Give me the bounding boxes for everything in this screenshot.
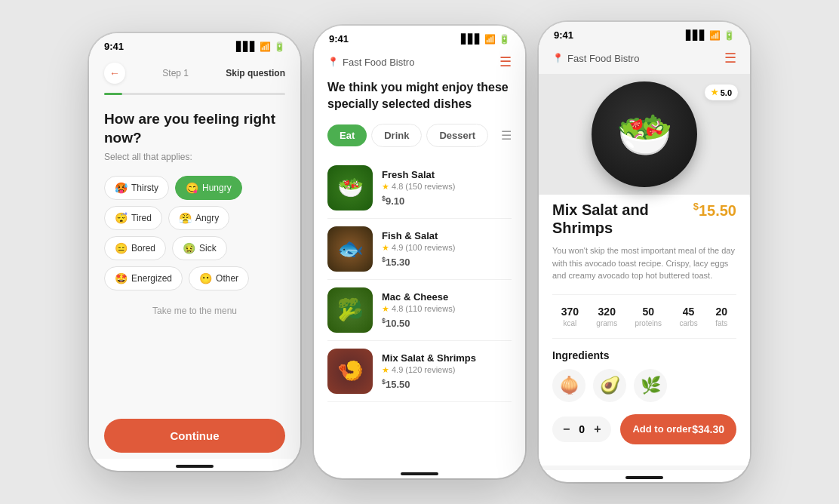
fats-value: 20 [715, 306, 727, 318]
food-info-4: Mix Salat & Shrimps ★ 4.9 (120 reviews) … [382, 352, 512, 390]
mood-tired[interactable]: 😴 Tired [104, 206, 162, 230]
food-price-2: $15.30 [382, 256, 512, 268]
review-count-4: (120 reviews) [405, 365, 455, 374]
star-badge-icon: ★ [711, 88, 718, 97]
food-info-3: Mac & Cheese ★ 4.8 (110 reviews) $10.50 [382, 291, 512, 329]
rating-value-1: 4.8 [392, 182, 403, 191]
signal-icon-2: ▋▋▋ [461, 34, 481, 45]
battery-icon-3: 🔋 [724, 30, 735, 41]
time-1: 9:41 [104, 41, 124, 52]
other-label: Other [216, 273, 238, 284]
back-button[interactable]: ← [104, 63, 125, 84]
food-rating-4: ★ 4.9 (120 reviews) [382, 365, 512, 375]
tab-drink[interactable]: Drink [371, 124, 422, 147]
food-name-2: Fish & Salat [382, 230, 512, 241]
wifi-icon-3: 📶 [709, 30, 721, 41]
star-icon-1: ★ [382, 182, 389, 192]
location-icon-3: 📍 [552, 53, 564, 63]
badge-rating-value: 5.0 [721, 88, 732, 97]
star-icon-4: ★ [382, 365, 389, 375]
time-2: 9:41 [329, 33, 349, 45]
review-count-3: (110 reviews) [405, 304, 455, 313]
energized-label: Energized [131, 273, 172, 284]
restaurant-name-row-3: 📍 Fast Food Bistro [552, 53, 639, 64]
restaurant-name-row: 📍 Fast Food Bistro [327, 57, 414, 68]
dish-title-row: Mix Salat and Shrimps $15.50 [552, 201, 736, 237]
add-btn-label: Add to order [632, 423, 691, 435]
list-view-icon[interactable]: ☰ [501, 128, 512, 143]
food-price-1: $9.10 [382, 195, 512, 207]
qty-decrease[interactable]: − [563, 423, 570, 436]
status-bar-3: 9:41 ▋▋▋ 📶 🔋 [539, 22, 750, 45]
status-icons-2: ▋▋▋ 📶 🔋 [461, 34, 510, 45]
mood-sick[interactable]: 🤢 Sick [172, 236, 227, 260]
kcal-value: 370 [561, 306, 579, 318]
ingredient-1: 🧅 [552, 369, 585, 402]
dish-price: $15.50 [693, 201, 736, 220]
qty-increase[interactable]: + [594, 423, 601, 436]
food-item-1[interactable]: 🥗 Fresh Salat ★ 4.8 (150 reviews) $9.10 [327, 158, 512, 219]
take-me-link[interactable]: Take me to the menu [104, 306, 285, 316]
restaurant-name-3: Fast Food Bistro [567, 53, 639, 64]
ingredient-icons: 🧅 🥑 🌿 [552, 369, 736, 402]
time-3: 9:41 [554, 29, 573, 41]
food-price-4: $15.50 [382, 378, 512, 390]
ingredients-title: Ingredients [552, 349, 736, 361]
tired-emoji: 😴 [115, 212, 128, 224]
dish-image: 🥗 [592, 81, 697, 187]
ingredient-2: 🥑 [593, 369, 626, 402]
carbs-value: 45 [679, 306, 697, 318]
progress-bar [104, 93, 285, 95]
status-bar-1: 9:41 ▋▋▋ 📶 🔋 [89, 33, 300, 57]
mood-angry[interactable]: 😤 Angry [168, 206, 229, 230]
battery-icon-2: 🔋 [499, 34, 510, 45]
nutrition-kcal: 370 kcal [561, 306, 579, 327]
menu-icon-2[interactable]: ☰ [499, 54, 512, 70]
food-item-4[interactable]: 🍤 Mix Salat & Shrimps ★ 4.9 (120 reviews… [327, 341, 512, 402]
grams-value: 320 [596, 306, 617, 318]
mood-other[interactable]: 😶 Other [189, 266, 249, 290]
proteins-value: 50 [635, 306, 662, 318]
rating-value-2: 4.9 [392, 243, 403, 252]
carbs-label: carbs [679, 319, 697, 327]
review-count-1: (150 reviews) [405, 182, 455, 191]
rating-badge: ★ 5.0 [705, 85, 738, 100]
phone-1: 9:41 ▋▋▋ 📶 🔋 ← Step 1 Skip question How … [89, 33, 300, 471]
phone-3: 9:41 ▋▋▋ 📶 🔋 📍 Fast Food Bistro ☰ 🥗 ★ 5.… [539, 22, 750, 482]
signal-icon-3: ▋▋▋ [686, 30, 706, 41]
menu-icon-3[interactable]: ☰ [724, 50, 736, 66]
sick-emoji: 🤢 [183, 242, 195, 254]
dish-description: You won't skip the most important meal o… [552, 244, 736, 282]
skip-button[interactable]: Skip question [226, 68, 285, 78]
food-name-4: Mix Salat & Shrimps [382, 352, 512, 364]
fats-label: fats [715, 319, 727, 327]
rating-value-4: 4.9 [392, 365, 403, 374]
hungry-emoji: 😋 [186, 182, 198, 194]
other-emoji: 😶 [199, 272, 212, 284]
continue-button[interactable]: Continue [104, 419, 285, 453]
mood-thirsty[interactable]: 🥵 Thirsty [104, 176, 169, 200]
food-item-2[interactable]: 🐟 Fish & Salat ★ 4.9 (100 reviews) $15.3… [327, 219, 512, 280]
food-rating-3: ★ 4.8 (110 reviews) [382, 304, 512, 314]
add-to-order-button[interactable]: Add to order $34.30 [620, 414, 736, 444]
tab-eat[interactable]: Eat [327, 124, 367, 146]
food-rating-1: ★ 4.8 (150 reviews) [382, 182, 512, 192]
food-image-2: 🐟 [327, 226, 373, 272]
angry-emoji: 😤 [179, 212, 192, 224]
add-order-row: − 0 + Add to order $34.30 [552, 414, 736, 450]
star-icon-2: ★ [382, 243, 389, 253]
status-icons-3: ▋▋▋ 📶 🔋 [686, 30, 735, 41]
status-bar-2: 9:41 ▋▋▋ 📶 🔋 [314, 26, 525, 49]
food-item-3[interactable]: 🥦 Mac & Cheese ★ 4.8 (110 reviews) $10.5… [327, 280, 512, 341]
mood-hungry[interactable]: 😋 Hungry [175, 176, 242, 200]
tab-dessert[interactable]: Dessert [426, 124, 488, 147]
star-icon-3: ★ [382, 304, 389, 314]
kcal-label: kcal [561, 319, 579, 327]
mood-grid: 🥵 Thirsty 😋 Hungry 😴 Tired 😤 Angry 😑 [104, 176, 285, 290]
food-list: 🥗 Fresh Salat ★ 4.8 (150 reviews) $9.10 [314, 158, 525, 466]
sick-label: Sick [199, 243, 217, 254]
nutrition-fats: 20 fats [715, 306, 727, 327]
mood-energized[interactable]: 🤩 Energized [104, 266, 183, 290]
signal-icon: ▋▋▋ [236, 41, 257, 52]
mood-bored[interactable]: 😑 Bored [104, 236, 166, 260]
